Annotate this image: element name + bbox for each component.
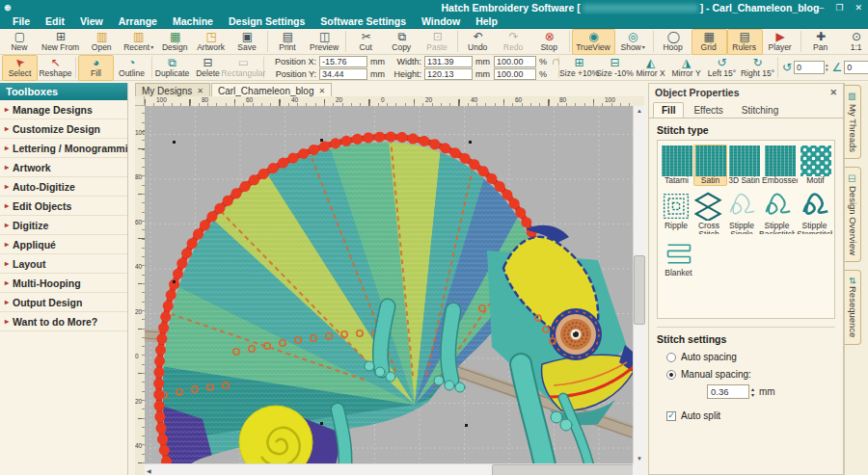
stitch-type-option[interactable]: Ripple (660, 190, 692, 235)
toolbar-button[interactable] (267, 31, 268, 52)
menu-item[interactable]: Edit (39, 15, 71, 27)
toolbar-button[interactable]: ◉ TrueView (572, 29, 614, 55)
toolbox-item[interactable]: ▸ Artwork (0, 158, 127, 177)
rotate-right-15-button[interactable]: ↻Right 15° (740, 55, 775, 81)
toolbar-button[interactable]: ⊙ 1:1 (839, 29, 868, 55)
position-x-input[interactable]: -15.76 (319, 56, 367, 67)
mirror-x-button[interactable]: ◭Mirror X (633, 55, 668, 81)
toolbar-button[interactable]: ▥ Recent▾ (120, 29, 157, 55)
scroll-down-icon[interactable]: ▼ (635, 454, 644, 463)
design-canvas[interactable] (145, 106, 633, 463)
document-tab[interactable]: Carl_Chameleon_blog ✕ (211, 83, 332, 97)
toolbox-item[interactable]: ▸ Auto-Digitize (0, 177, 127, 197)
toolbox-item[interactable]: ▸ Output Design (0, 293, 127, 312)
toolbar-button[interactable] (457, 31, 458, 52)
toolbar-button[interactable]: ▥ Open (84, 29, 120, 55)
toolbox-item[interactable]: ▸ Layout (0, 254, 127, 274)
toolbox-item[interactable]: ▸ Want to do More? (0, 312, 127, 331)
scroll-left-icon[interactable]: ◀ (145, 465, 153, 475)
scroll-up-icon[interactable]: ▲ (635, 106, 644, 116)
auto-spacing-radio[interactable] (666, 353, 676, 362)
toolbox-item[interactable]: ▸ Lettering / Monogramming (0, 139, 127, 158)
toolbar-button[interactable]: ⊡ Paste (420, 29, 455, 55)
toolbar-button[interactable] (653, 31, 654, 52)
stitch-type-option[interactable]: Motif (799, 145, 832, 186)
side-panel-tab[interactable]: ▤ My Threads (845, 85, 861, 159)
stitch-type-option[interactable]: Blanket (660, 237, 697, 278)
toolbar-button[interactable]: ◎ Show▾ (615, 29, 651, 55)
stitch-type-option[interactable]: Tatami (660, 145, 693, 186)
side-panel-tab[interactable]: ⇅ Resequence (845, 270, 861, 345)
stitch-type-option[interactable]: Embossed (761, 145, 799, 186)
toolbar-button[interactable]: ✂ Cut (348, 29, 384, 55)
stitch-type-option[interactable]: Satin (693, 145, 727, 186)
toolbox-item[interactable]: ▸ Edit Objects (0, 197, 127, 216)
toolbox-item[interactable]: ▸ Manage Designs (0, 100, 127, 119)
toolbox-item[interactable]: ▸ Multi-Hooping (0, 274, 127, 293)
stitch-type-option[interactable]: Stipple Backstitch (758, 190, 796, 235)
select-tool-button[interactable]: ➤Select (2, 55, 38, 81)
toolbar-button[interactable]: ✚ Pan (803, 29, 839, 55)
toolbar-button[interactable]: ▢ New (2, 29, 38, 55)
scale-y-input[interactable]: 100.00 (494, 68, 536, 80)
toolbar-button[interactable]: ▣ Save (230, 29, 265, 55)
horizontal-scroll-thumb[interactable] (492, 464, 638, 475)
rotate-angle-input[interactable]: 0 (794, 61, 825, 74)
toolbox-item[interactable]: ▸ Appliqué (0, 235, 127, 254)
maximize-button[interactable]: ❐ (835, 3, 843, 13)
fill-mode-button[interactable]: ◕Fill (78, 55, 114, 81)
toolbar-button[interactable]: ▶ Player (763, 29, 799, 55)
toolbar-button[interactable] (569, 31, 570, 52)
skew-control[interactable]: ∠ 0 ▴▾ (832, 61, 868, 74)
menu-item[interactable]: Window (415, 15, 467, 27)
menu-item[interactable]: Arrange (112, 15, 164, 27)
menu-item[interactable]: Design Settings (222, 15, 312, 27)
menu-item[interactable]: View (73, 15, 110, 27)
manual-spacing-radio[interactable] (666, 370, 676, 380)
duplicate-button[interactable]: ⧉Duplicate (154, 55, 190, 81)
spin-down-icon[interactable]: ▾ (826, 67, 828, 72)
delete-button[interactable]: ⊟Delete (190, 55, 226, 81)
tab-close-icon[interactable]: ✕ (318, 87, 325, 95)
menu-item[interactable]: Machine (166, 15, 220, 27)
spacing-control[interactable]: 0.36 ▴▾ mm (707, 384, 775, 399)
panel-close-icon[interactable]: ✕ (829, 88, 837, 97)
toolbox-item[interactable]: ▸ Digitize (0, 216, 127, 235)
properties-tab[interactable]: Effects (685, 102, 731, 118)
close-button[interactable]: ✕ (854, 3, 862, 13)
toolbar-button[interactable]: ▤ Print (270, 29, 306, 55)
size-up-button[interactable]: ⊞Size +10% (561, 55, 597, 81)
menu-item[interactable]: File (6, 15, 37, 27)
mirror-y-button[interactable]: ◮Mirror Y (668, 55, 704, 81)
toolbar-button[interactable]: ⊞ New From (38, 29, 84, 55)
width-input[interactable]: 131.39 (424, 56, 473, 67)
toolbar-button[interactable] (800, 31, 801, 52)
toolbar-button[interactable]: ⧉ Copy (384, 29, 420, 55)
spacing-input[interactable]: 0.36 (707, 384, 749, 399)
toolbar-button[interactable]: ◯ Hoop (656, 29, 692, 55)
skew-input[interactable]: 0 (844, 61, 868, 74)
stitch-type-option[interactable]: Cross Stitch (692, 190, 725, 235)
reshape-tool-button[interactable]: ↖Reshape (38, 55, 73, 81)
tab-close-icon[interactable]: ✕ (197, 87, 203, 95)
rotate-angle-control[interactable]: ↺ 0 ▴▾ (782, 61, 828, 74)
toolbar-button[interactable]: ◳ Artwork (193, 29, 230, 55)
document-tab[interactable]: My Designs ✕ (135, 83, 210, 97)
spin-down-icon[interactable]: ▾ (751, 392, 754, 398)
toolbar-button[interactable]: ↷ Redo (496, 29, 531, 55)
menu-item[interactable]: Help (469, 15, 504, 27)
side-panel-tab[interactable]: ◫ Design Overview (845, 167, 861, 262)
auto-split-checkbox[interactable]: ✓ (666, 411, 676, 421)
toolbar-button[interactable]: ▤ Rulers (727, 29, 763, 55)
minimize-button[interactable]: – (819, 3, 824, 13)
toolbar-button[interactable]: ⊗ Stop (531, 29, 567, 55)
toolbar-button[interactable]: ◫ Preview (306, 29, 343, 55)
menu-item[interactable]: Software Settings (313, 15, 413, 27)
height-input[interactable]: 120.13 (424, 68, 473, 80)
stitch-type-option[interactable]: 3D Satin (727, 145, 761, 186)
toolbar-button[interactable]: ↶ Undo (460, 29, 496, 55)
chameleon-artwork[interactable] (145, 106, 633, 463)
toolbar-button[interactable]: ▦ Grid (692, 29, 727, 55)
toolbar-button[interactable] (345, 31, 346, 52)
outline-mode-button[interactable]: ◔Outline (114, 55, 149, 81)
